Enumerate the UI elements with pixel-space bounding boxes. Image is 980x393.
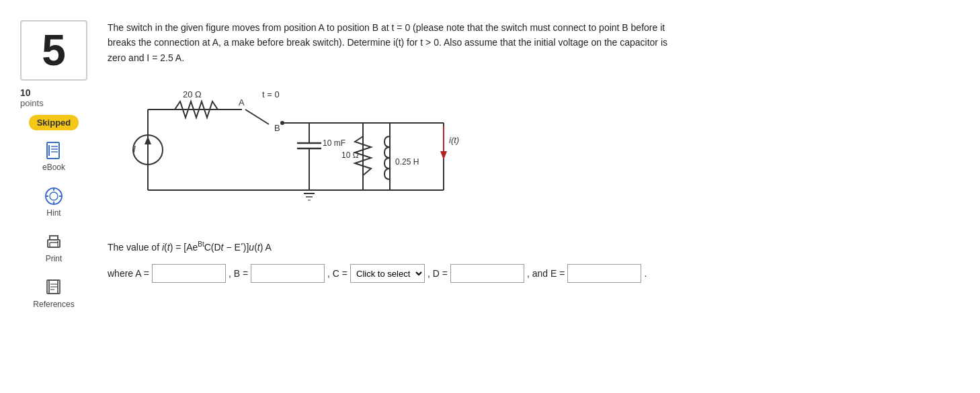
status-badge: Skipped bbox=[29, 115, 79, 130]
question-text: The switch in the given figure moves fro… bbox=[108, 20, 847, 65]
main-content: The switch in the given figure moves fro… bbox=[94, 13, 967, 380]
ebook-icon bbox=[44, 141, 63, 160]
references-tool[interactable]: References bbox=[13, 274, 94, 313]
svg-line-32 bbox=[245, 110, 269, 124]
print-label: Print bbox=[46, 254, 63, 263]
input-A[interactable] bbox=[152, 264, 226, 283]
svg-text:20 Ω: 20 Ω bbox=[183, 89, 202, 99]
answer-label-D: , D = bbox=[427, 263, 448, 284]
answer-intro: The value of i(t) = [AeBtC(Dt − Eʹ)]u(t)… bbox=[108, 237, 272, 258]
svg-marker-52 bbox=[440, 151, 447, 160]
hint-icon bbox=[44, 187, 63, 206]
svg-point-13 bbox=[57, 241, 58, 243]
answer-label-A: where A = bbox=[108, 263, 149, 284]
left-sidebar: 5 10 points Skipped eBook bbox=[13, 13, 94, 380]
svg-text:B: B bbox=[274, 123, 280, 133]
print-tool[interactable]: Print bbox=[13, 228, 94, 267]
input-D[interactable] bbox=[450, 264, 524, 283]
references-label: References bbox=[33, 300, 74, 309]
answer-row-1: The value of i(t) = [AeBtC(Dt − Eʹ)]u(t)… bbox=[108, 237, 953, 258]
svg-rect-12 bbox=[50, 243, 58, 247]
hint-tool[interactable]: Hint bbox=[13, 183, 94, 222]
answer-label-E: , and E = bbox=[527, 263, 565, 284]
answer-label-B: , B = bbox=[229, 263, 248, 284]
svg-marker-27 bbox=[145, 136, 151, 144]
input-E[interactable] bbox=[567, 264, 641, 283]
select-C[interactable]: Click to select sin cos tan bbox=[350, 264, 425, 283]
input-B[interactable] bbox=[251, 264, 325, 283]
answer-section: The value of i(t) = [AeBtC(Dt − Eʹ)]u(t)… bbox=[108, 237, 953, 284]
svg-text:10 Ω: 10 Ω bbox=[341, 150, 359, 160]
answer-label-C: , C = bbox=[327, 263, 348, 284]
points-text: points bbox=[20, 98, 44, 108]
svg-text:i(t): i(t) bbox=[449, 135, 459, 145]
answer-end: . bbox=[644, 263, 647, 284]
svg-text:10 mF: 10 mF bbox=[323, 138, 345, 148]
circuit-svg: I 20 Ω A t = 0 B bbox=[108, 76, 484, 224]
points-label: 10 points bbox=[13, 87, 94, 108]
ebook-label: eBook bbox=[42, 163, 65, 172]
svg-text:I: I bbox=[133, 144, 136, 155]
question-number: 5 bbox=[20, 20, 87, 81]
ebook-tool[interactable]: eBook bbox=[13, 137, 94, 176]
points-number: 10 bbox=[20, 87, 31, 98]
print-icon bbox=[44, 232, 63, 251]
svg-text:t = 0: t = 0 bbox=[262, 89, 280, 99]
answer-row-2: where A = , B = , C = Click to select si… bbox=[108, 263, 953, 284]
svg-text:0.25 H: 0.25 H bbox=[395, 157, 419, 167]
svg-text:A: A bbox=[239, 97, 245, 107]
hint-label: Hint bbox=[46, 208, 60, 218]
svg-point-34 bbox=[280, 121, 284, 125]
circuit-diagram: I 20 Ω A t = 0 B bbox=[108, 76, 484, 224]
svg-point-6 bbox=[50, 192, 58, 200]
svg-rect-1 bbox=[48, 145, 50, 156]
references-icon bbox=[44, 278, 63, 297]
